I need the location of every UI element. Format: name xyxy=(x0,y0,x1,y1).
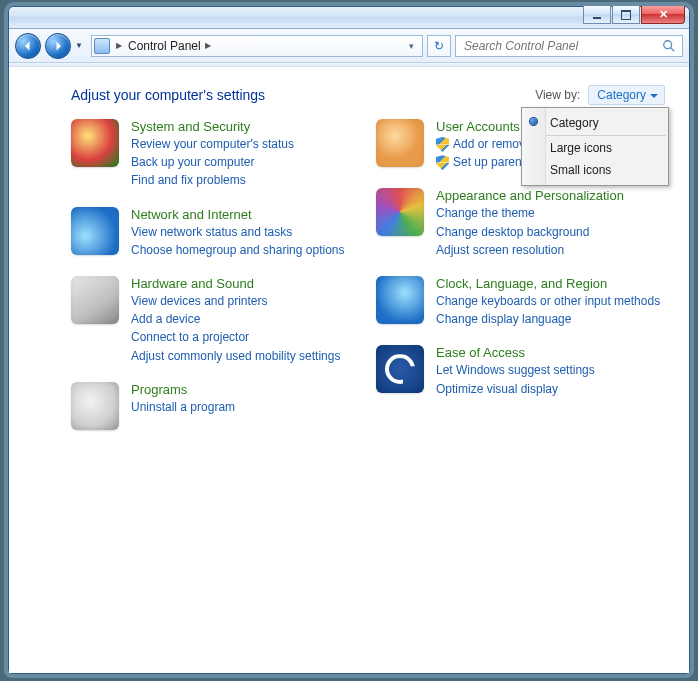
close-button[interactable] xyxy=(641,6,685,24)
category-link[interactable]: Change keyboards or other input methods xyxy=(436,293,660,309)
maximize-button[interactable] xyxy=(612,6,640,24)
address-bar[interactable]: ▶ Control Panel ▶ ▾ xyxy=(91,35,423,57)
forward-button[interactable] xyxy=(45,33,71,59)
category-link[interactable]: Change the theme xyxy=(436,205,624,221)
network-icon[interactable] xyxy=(71,207,119,255)
programs-icon[interactable] xyxy=(71,382,119,430)
view-by-menu: CategoryLarge iconsSmall icons xyxy=(521,107,669,186)
category-clock: Clock, Language, and RegionChange keyboa… xyxy=(376,276,665,327)
category-programs: ProgramsUninstall a program xyxy=(71,382,360,430)
content-area: Adjust your computer's settings View by:… xyxy=(9,67,689,673)
category-link[interactable]: Find and fix problems xyxy=(131,172,294,188)
category-security: System and SecurityReview your computer'… xyxy=(71,119,360,189)
category-link[interactable]: Uninstall a program xyxy=(131,399,235,415)
category-link[interactable]: Choose homegroup and sharing options xyxy=(131,242,344,258)
view-by-label: View by: xyxy=(535,88,580,102)
category-link[interactable]: Let Windows suggest settings xyxy=(436,362,595,378)
users-icon[interactable] xyxy=(376,119,424,167)
view-by-option[interactable]: Large icons xyxy=(522,137,668,159)
appearance-icon[interactable] xyxy=(376,188,424,236)
category-title[interactable]: System and Security xyxy=(131,119,294,134)
category-hardware: Hardware and SoundView devices and print… xyxy=(71,276,360,364)
search-box[interactable] xyxy=(455,35,683,57)
refresh-button[interactable]: ↻ xyxy=(427,35,451,57)
back-button[interactable] xyxy=(15,33,41,59)
category-title[interactable]: Appearance and Personalization xyxy=(436,188,624,203)
category-network: Network and InternetView network status … xyxy=(71,207,360,258)
titlebar xyxy=(9,7,689,29)
minimize-button[interactable] xyxy=(583,6,611,24)
uac-shield-icon xyxy=(436,137,449,152)
category-link[interactable]: Review your computer's status xyxy=(131,136,294,152)
category-link[interactable]: Connect to a projector xyxy=(131,329,340,345)
search-icon xyxy=(662,39,676,53)
category-link[interactable]: Change display language xyxy=(436,311,660,327)
category-title[interactable]: Hardware and Sound xyxy=(131,276,340,291)
category-title[interactable]: Network and Internet xyxy=(131,207,344,222)
view-by-control: View by: Category CategoryLarge iconsSma… xyxy=(535,85,665,105)
chevron-right-icon[interactable]: ▶ xyxy=(205,41,211,50)
category-link[interactable]: Adjust commonly used mobility settings xyxy=(131,348,340,364)
search-input[interactable] xyxy=(462,38,662,54)
category-link[interactable]: View network status and tasks xyxy=(131,224,344,240)
category-ease: Ease of AccessLet Windows suggest settin… xyxy=(376,345,665,396)
history-dropdown[interactable]: ▼ xyxy=(75,37,87,55)
category-link[interactable]: Optimize visual display xyxy=(436,381,595,397)
category-link[interactable]: Change desktop background xyxy=(436,224,624,240)
svg-line-1 xyxy=(671,47,675,51)
control-panel-window: ▼ ▶ Control Panel ▶ ▾ ↻ Adjust your comp… xyxy=(8,6,690,674)
category-title[interactable]: Programs xyxy=(131,382,235,397)
breadcrumb-segment[interactable]: Control Panel ▶ xyxy=(128,39,211,53)
category-title[interactable]: Clock, Language, and Region xyxy=(436,276,660,291)
uac-shield-icon xyxy=(436,155,449,170)
view-by-button[interactable]: Category xyxy=(588,85,665,105)
security-icon[interactable] xyxy=(71,119,119,167)
view-by-option[interactable]: Category xyxy=(522,112,668,134)
address-dropdown[interactable]: ▾ xyxy=(404,39,418,53)
category-link[interactable]: Back up your computer xyxy=(131,154,294,170)
hardware-icon[interactable] xyxy=(71,276,119,324)
control-panel-icon xyxy=(94,38,110,54)
view-by-option[interactable]: Small icons xyxy=(522,159,668,181)
page-title: Adjust your computer's settings xyxy=(71,87,265,103)
navigation-bar: ▼ ▶ Control Panel ▶ ▾ ↻ xyxy=(9,29,689,63)
category-link[interactable]: Adjust screen resolution xyxy=(436,242,624,258)
ease-icon[interactable] xyxy=(376,345,424,393)
clock-icon[interactable] xyxy=(376,276,424,324)
chevron-right-icon[interactable]: ▶ xyxy=(116,41,122,50)
category-appearance: Appearance and PersonalizationChange the… xyxy=(376,188,665,258)
category-title[interactable]: Ease of Access xyxy=(436,345,595,360)
breadcrumb-label: Control Panel xyxy=(128,39,201,53)
category-link[interactable]: Add a device xyxy=(131,311,340,327)
category-link[interactable]: View devices and printers xyxy=(131,293,340,309)
svg-point-0 xyxy=(664,40,672,48)
